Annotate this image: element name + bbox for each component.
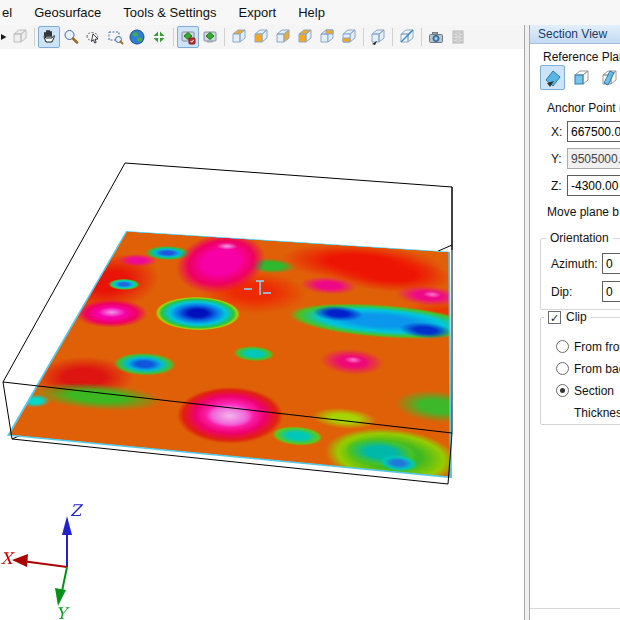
zoom-icon[interactable]	[60, 26, 82, 48]
view-back-icon[interactable]	[316, 26, 338, 48]
section-label: Section	[574, 384, 614, 398]
anchor-x-label: X:	[551, 125, 562, 139]
z-axis-label: Z	[70, 501, 84, 520]
orientation-legend: Orientation	[546, 231, 613, 245]
x-axis-label: X	[1, 549, 15, 568]
view-corner-icon[interactable]	[367, 26, 389, 48]
auto-refresh-on-icon[interactable]	[177, 26, 199, 48]
reference-plane-toolbar	[540, 65, 620, 90]
reference-plane-label: Reference Plane	[543, 50, 620, 64]
menu-item-export[interactable]: Export	[228, 1, 288, 24]
anchor-z-label: Z:	[551, 179, 562, 193]
toolbar-separator	[363, 28, 364, 46]
plane-front-icon[interactable]	[568, 65, 593, 90]
view-bottom-icon[interactable]	[338, 26, 360, 48]
y-axis-label: Y	[56, 604, 70, 620]
menu-item-model[interactable]: el	[0, 1, 23, 24]
viewport-3d[interactable]: Z X Y	[0, 49, 525, 620]
section-view-panel: Section View Reference Plane	[530, 25, 620, 610]
anchor-marker	[244, 281, 271, 295]
menu-bar: el Geosurface Tools & Settings Export He…	[0, 0, 620, 25]
view-right-icon[interactable]	[272, 26, 294, 48]
plane-side-icon[interactable]	[596, 65, 620, 90]
panel-splitter[interactable]	[524, 25, 530, 620]
plane-free-icon[interactable]	[540, 65, 565, 90]
panel-bottom-divider	[530, 608, 620, 609]
move-plane-label: Move plane b	[547, 205, 619, 219]
x-axis-arrow	[12, 554, 28, 567]
toolbar-separator	[34, 28, 35, 46]
pan-hand-icon[interactable]	[38, 26, 60, 48]
menu-item-geosurface[interactable]: Geosurface	[23, 1, 112, 24]
toolbar-separator	[224, 28, 225, 46]
clip-label: Clip	[566, 310, 587, 324]
dip-label: Dip:	[551, 285, 572, 299]
anchor-point-label: Anchor Point (m	[547, 101, 620, 115]
cube-disabled-icon[interactable]	[9, 26, 31, 48]
fit-extents-icon[interactable]	[148, 26, 170, 48]
menu-item-tools-settings[interactable]: Tools & Settings	[112, 1, 227, 24]
snapshot-icon[interactable]	[425, 26, 447, 48]
zoom-window-icon[interactable]	[104, 26, 126, 48]
view-left-icon[interactable]	[294, 26, 316, 48]
main-toolbar	[0, 25, 527, 49]
menu-item-help[interactable]: Help	[287, 1, 336, 24]
dip-input[interactable]	[602, 281, 620, 302]
from-back-label: From bac	[574, 362, 620, 376]
clip-checkbox[interactable]	[548, 311, 561, 324]
thickness-label: Thicknes	[574, 406, 620, 420]
view-top-icon[interactable]	[228, 26, 250, 48]
azimuth-label: Azimuth:	[551, 257, 598, 271]
section-radio[interactable]	[556, 384, 569, 397]
from-front-radio[interactable]	[556, 340, 569, 353]
toolbar-separator	[392, 28, 393, 46]
section-cube-icon[interactable]	[396, 26, 418, 48]
azimuth-input[interactable]	[602, 253, 620, 274]
clip-legend: Clip	[544, 310, 591, 324]
toolbar-separator	[421, 28, 422, 46]
anchor-y-input	[567, 148, 620, 169]
anchor-y-label: Y:	[551, 152, 562, 166]
from-back-radio[interactable]	[556, 362, 569, 375]
panel-title: Section View	[530, 25, 620, 44]
auto-refresh-icon[interactable]	[199, 26, 221, 48]
from-front-label: From fron	[574, 340, 620, 354]
lasso-select-icon[interactable]	[82, 26, 104, 48]
globe-home-icon[interactable]	[126, 26, 148, 48]
anchor-x-input[interactable]	[567, 121, 620, 142]
view-front-icon[interactable]	[250, 26, 272, 48]
animation-icon[interactable]	[447, 26, 469, 48]
toolbar-separator	[173, 28, 174, 46]
move-tool-icon[interactable]	[0, 26, 9, 48]
axis-triad: Z X Y	[0, 490, 130, 620]
anchor-z-input[interactable]	[567, 175, 620, 196]
